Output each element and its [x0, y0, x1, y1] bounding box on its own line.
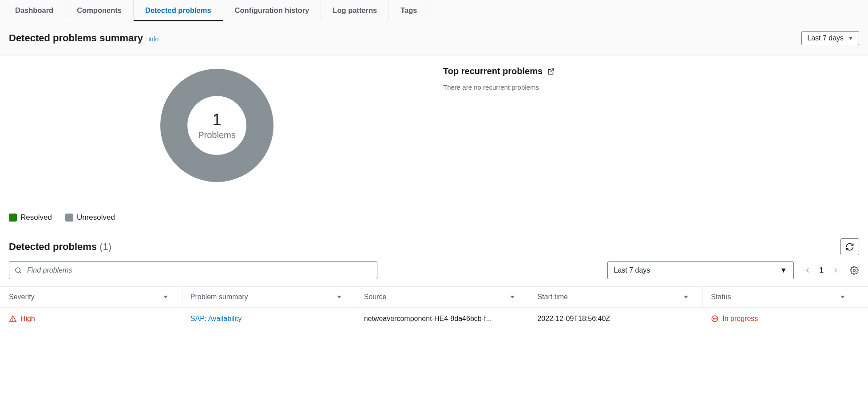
svg-point-1	[16, 268, 20, 273]
donut-legend: Resolved Unresolved	[9, 213, 425, 222]
summary-info-link[interactable]: Info	[148, 36, 159, 43]
problems-title: Detected problems	[9, 241, 97, 252]
legend-label-resolved: Resolved	[20, 213, 52, 222]
problems-controls: Last 7 days ▼ 1	[0, 260, 868, 286]
tab-configuration-history[interactable]: Configuration history	[223, 0, 321, 21]
column-header-severity[interactable]: Severity	[9, 287, 182, 307]
donut-pane: 1 Problems Resolved Unresolved	[0, 55, 434, 231]
status-pending-icon	[711, 315, 719, 323]
problems-range-value: Last 7 days	[614, 266, 650, 274]
column-header-summary[interactable]: Problem summary	[182, 287, 356, 307]
table-row[interactable]: High SAP: Availability netweavercomponen…	[0, 308, 868, 330]
cell-source: netweavercomponent-HE4-9da46bcb-f...	[356, 315, 530, 323]
summary-header: Detected problems summary Info Last 7 da…	[0, 21, 868, 55]
summary-title: Detected problems summary	[9, 32, 143, 44]
svg-point-2	[853, 269, 856, 272]
search-icon	[14, 266, 22, 274]
pagination: 1	[803, 265, 840, 275]
caret-down-icon: ▼	[848, 35, 853, 41]
legend-item-resolved: Resolved	[9, 213, 52, 222]
table-settings-button[interactable]	[849, 265, 859, 275]
pagination-current-page: 1	[818, 266, 825, 275]
column-header-start-time[interactable]: Start time	[529, 287, 703, 307]
tab-bar: Dashboard Components Detected problems C…	[0, 0, 868, 21]
sort-icon	[684, 296, 688, 298]
pagination-next-button[interactable]	[831, 265, 840, 275]
problems-range-select[interactable]: Last 7 days ▼	[607, 261, 794, 279]
caret-down-icon: ▼	[780, 266, 787, 274]
tab-detected-problems[interactable]: Detected problems	[134, 0, 223, 21]
sort-icon	[163, 296, 168, 298]
summary-range-value: Last 7 days	[807, 34, 844, 42]
swatch-unresolved	[65, 214, 73, 222]
column-label: Severity	[9, 293, 35, 301]
problems-count: (1)	[99, 241, 111, 252]
cell-status: In progress	[703, 315, 859, 323]
problems-search-input[interactable]	[9, 261, 377, 279]
tab-dashboard[interactable]: Dashboard	[4, 0, 65, 21]
external-link-icon[interactable]	[547, 67, 555, 75]
recurrent-title: Top recurrent problems	[443, 66, 543, 76]
sort-icon	[510, 296, 515, 298]
svg-point-8	[716, 318, 717, 319]
column-label: Problem summary	[190, 293, 248, 301]
warning-triangle-icon	[9, 315, 17, 323]
severity-label: High	[20, 315, 35, 323]
table-header-row: Severity Problem summary Source Start ti…	[0, 286, 868, 308]
recurrent-empty-text: There are no recurrent problems	[443, 83, 859, 91]
legend-label-unresolved: Unresolved	[77, 213, 115, 222]
summary-range-select[interactable]: Last 7 days ▼	[801, 31, 859, 45]
svg-point-6	[713, 318, 714, 319]
column-label: Start time	[537, 293, 567, 301]
column-header-source[interactable]: Source	[356, 287, 530, 307]
legend-item-unresolved: Unresolved	[65, 213, 115, 222]
sort-icon	[337, 296, 341, 298]
cell-summary-link[interactable]: SAP: Availability	[182, 315, 356, 323]
chevron-left-icon	[804, 266, 812, 274]
svg-point-4	[13, 321, 13, 321]
problems-table: Severity Problem summary Source Start ti…	[0, 286, 868, 330]
chevron-right-icon	[832, 266, 840, 274]
swatch-resolved	[9, 214, 17, 222]
recurrent-title-row: Top recurrent problems	[443, 66, 859, 76]
problems-search	[9, 261, 377, 279]
donut-label: Problems	[198, 130, 235, 140]
refresh-icon	[845, 242, 854, 251]
status-label: In progress	[722, 315, 758, 323]
tab-components[interactable]: Components	[65, 0, 134, 21]
recurrent-pane: Top recurrent problems There are no recu…	[434, 55, 868, 231]
tab-tags[interactable]: Tags	[389, 0, 429, 21]
column-label: Source	[364, 293, 387, 301]
refresh-button[interactable]	[840, 238, 859, 255]
summary-body: 1 Problems Resolved Unresolved Top recur…	[0, 55, 868, 231]
cell-start-time: 2022-12-09T18:56:40Z	[529, 315, 703, 323]
cell-severity: High	[9, 315, 182, 323]
problems-donut-chart: 1 Problems	[160, 69, 273, 182]
donut-count: 1	[212, 111, 221, 129]
tab-log-patterns[interactable]: Log patterns	[321, 0, 389, 21]
gear-icon	[850, 266, 859, 275]
problems-header: Detected problems (1)	[0, 231, 868, 260]
pagination-prev-button[interactable]	[803, 265, 813, 275]
column-header-status[interactable]: Status	[703, 287, 859, 307]
sort-icon	[840, 296, 845, 298]
column-label: Status	[711, 293, 731, 301]
svg-point-7	[715, 318, 716, 319]
